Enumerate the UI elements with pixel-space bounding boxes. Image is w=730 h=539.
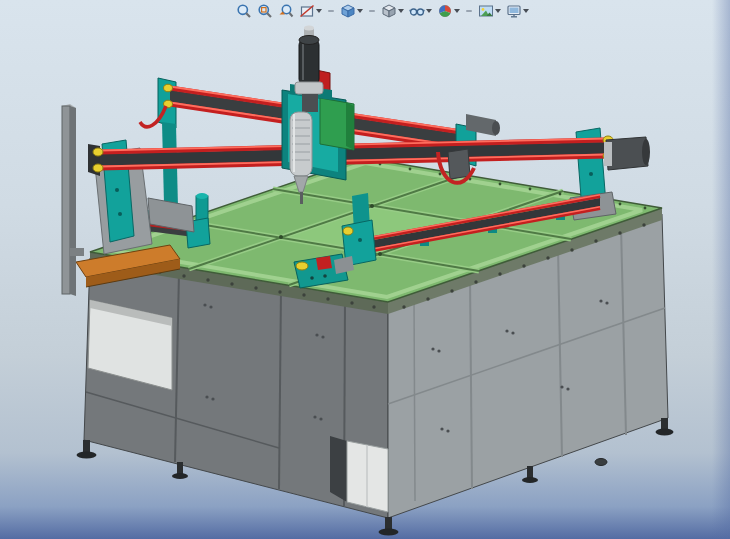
chevron-down-icon [523, 9, 529, 13]
toolbar-separator [328, 10, 334, 12]
view-settings-icon [506, 3, 522, 19]
zoom-to-fit-button[interactable] [234, 2, 254, 20]
apply-scene-button[interactable] [476, 2, 503, 20]
heads-up-view-toolbar [234, 2, 531, 20]
magnifier-icon [236, 3, 252, 19]
section-cube-icon [299, 3, 315, 19]
magnifier-area-icon [257, 3, 273, 19]
side-port-hole [595, 459, 607, 466]
view-settings-button[interactable] [504, 2, 531, 20]
display-style-button[interactable] [379, 2, 406, 20]
color-ball-icon [437, 3, 453, 19]
zoom-to-area-button[interactable] [255, 2, 275, 20]
chevron-down-icon [357, 9, 363, 13]
drive-motor[interactable] [604, 137, 650, 170]
cad-viewport[interactable] [0, 0, 730, 539]
eyeglasses-icon [409, 3, 425, 19]
toolbar-separator [369, 10, 375, 12]
scene-photo-icon [478, 3, 494, 19]
previous-view-button[interactable] [276, 2, 296, 20]
view-cube-icon [340, 3, 356, 19]
chevron-down-icon [495, 9, 501, 13]
chevron-down-icon [316, 9, 322, 13]
model-canvas[interactable] [0, 0, 730, 539]
shaded-cube-icon [381, 3, 397, 19]
chevron-down-icon [454, 9, 460, 13]
section-view-button[interactable] [297, 2, 324, 20]
toolbar-separator [466, 10, 472, 12]
stepper-motor [299, 26, 319, 85]
chevron-down-icon [398, 9, 404, 13]
edit-appearance-button[interactable] [435, 2, 462, 20]
magnifier-arrow-icon [278, 3, 294, 19]
view-orientation-button[interactable] [338, 2, 365, 20]
chevron-down-icon [426, 9, 432, 13]
hide-show-items-button[interactable] [407, 2, 434, 20]
